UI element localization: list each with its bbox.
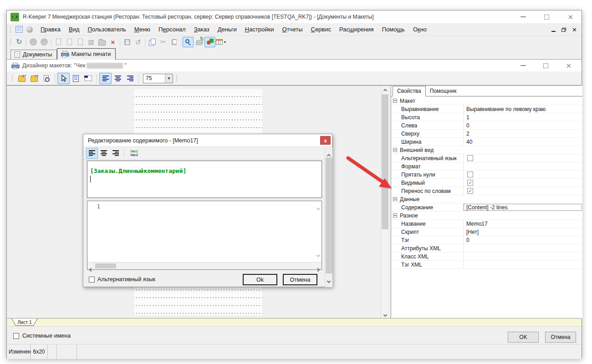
window-list-icon[interactable] [15,26,23,33]
undo-button[interactable]: ↺ [133,37,143,47]
prop-group-Внешний вид[interactable]: Внешний вид [391,146,582,154]
alt-language-checkbox[interactable] [89,277,95,283]
prop-value[interactable] [463,253,582,260]
menu-item-10[interactable]: Расширения [335,24,378,35]
delete-button[interactable]: × [107,37,118,47]
designer-maximize-icon[interactable] [543,63,548,68]
menu-item-0[interactable]: Правка [36,24,65,35]
prop-value[interactable]: Memo17 [463,220,582,228]
preview-button[interactable] [40,73,52,84]
scrollbar-thumb[interactable] [95,263,116,268]
chevron-down-icon[interactable]: ▾ [224,40,226,44]
menu-item-8[interactable]: Отчеты [278,24,307,35]
dialog-align-center-button[interactable] [98,148,110,159]
code-editor[interactable]: 1 [87,201,322,270]
variable-buttons[interactable]: Var1 Var2 [130,150,138,157]
forward-button[interactable]: → [39,37,50,47]
refresh-view-button[interactable]: ↻ [194,37,204,47]
menu-item-11[interactable]: Помощь [378,24,409,35]
prop-group-Данные[interactable]: Данные [391,195,582,203]
save-button[interactable] [122,37,133,47]
prop-value[interactable]: 40 [463,138,582,146]
menu-item-5[interactable]: Заказ [190,24,214,35]
tab-properties[interactable]: Свойства [393,86,426,96]
scroll-down-icon[interactable] [317,250,320,258]
mdi-close-icon[interactable]: ✕ [572,27,577,33]
maximize-icon[interactable] [544,15,549,20]
import-layout-button[interactable]: ↩ [15,73,28,84]
scroll-up-icon[interactable] [381,86,389,94]
prop-value[interactable] [463,261,582,268]
prop-value[interactable]: ✓ [463,187,582,195]
prop-row[interactable]: Содержание[Content] -2 lines [391,203,582,212]
copy-record-button[interactable] [75,37,86,47]
export-button[interactable] [97,37,107,47]
paste-button[interactable] [168,37,179,47]
prop-value[interactable] [463,244,582,252]
mdi-minimize-icon[interactable] [551,31,556,32]
prop-row[interactable]: НазваниеMemo17 [391,220,582,228]
menu-item-6[interactable]: Деньги [214,24,241,35]
prop-row[interactable]: Видимый✓ [391,179,582,187]
checkbox-icon[interactable] [467,172,473,177]
prop-row[interactable]: Класс XML [391,253,582,261]
dialog-align-right-button[interactable] [110,148,122,159]
checkbox-icon[interactable] [467,155,473,161]
prop-row[interactable]: Ширина40 [391,138,582,146]
cut-button[interactable]: ✂ [158,37,168,47]
toolbar-grip[interactable] [9,25,11,34]
prop-group-Макет[interactable]: Макет [391,97,582,105]
prop-value[interactable]: 0 [463,236,582,244]
scrollbar-thumb[interactable] [326,157,332,273]
collapse-icon[interactable] [393,99,397,103]
designer-close-icon[interactable]: ✕ [566,62,572,69]
cancel-button[interactable]: Отмена [545,332,576,343]
checkbox-checked-icon[interactable]: ✓ [467,180,473,186]
dialog-close-icon[interactable]: x [320,136,331,145]
collapse-icon[interactable] [393,197,397,201]
document-button[interactable] [53,37,64,47]
canvas-vertical-scrollbar[interactable] [381,86,388,318]
refresh-button[interactable]: ↻ [14,37,25,47]
scroll-left-icon[interactable] [90,265,92,273]
prop-value[interactable] [463,171,582,178]
menu-item-3[interactable]: Меню [130,24,154,35]
scroll-down-icon[interactable] [327,276,330,284]
prop-value[interactable]: [Нет] [463,228,582,236]
find-button[interactable] [183,37,194,47]
prop-row[interactable]: Высота1 [391,113,582,121]
table-view-button[interactable]: ▾ [215,37,226,47]
align-left-button[interactable] [99,73,112,84]
align-right-button[interactable] [124,73,136,84]
checkbox-checked-icon[interactable]: ✓ [467,188,473,194]
horizontal-scrollbar[interactable] [87,262,322,269]
prop-value[interactable] [463,154,582,162]
save-record-button[interactable] [64,37,75,47]
align-center-button[interactable] [112,73,124,84]
sheet-tab[interactable]: Лист 1 [11,318,38,326]
graphics-button[interactable] [204,37,215,47]
scroll-down-icon[interactable] [381,311,389,318]
menu-item-9[interactable]: Сервис [306,24,335,35]
system-names-checkbox[interactable] [13,333,19,339]
dialog-align-left-button[interactable] [86,148,98,159]
copy-button[interactable] [147,37,158,47]
menu-item-12[interactable]: Окно [409,24,431,35]
toolbar-grip[interactable] [175,74,178,82]
tab-documents[interactable]: Документы [10,50,57,59]
prop-value[interactable]: 0 [463,121,582,129]
prop-row[interactable]: Тэг0 [391,236,582,244]
ok-button[interactable]: OK [508,332,539,343]
prop-row[interactable]: Слева0 [391,121,582,130]
toolbar-grip[interactable] [11,74,13,82]
collapse-icon[interactable] [393,213,397,217]
prop-row[interactable]: Прятать нули [391,171,582,179]
prop-row[interactable]: Тэг XML [391,261,582,269]
cube-button[interactable]: ▧ [86,37,97,47]
menu-item-4[interactable]: Персонал [154,24,190,35]
tab-assistant[interactable]: Помощник [426,86,461,96]
prop-row[interactable]: Формат [391,162,582,171]
select-tool-button[interactable] [57,73,70,84]
tab-print-layouts[interactable]: Макеты печати [57,48,116,60]
dialog-vertical-scrollbar[interactable] [325,147,332,287]
